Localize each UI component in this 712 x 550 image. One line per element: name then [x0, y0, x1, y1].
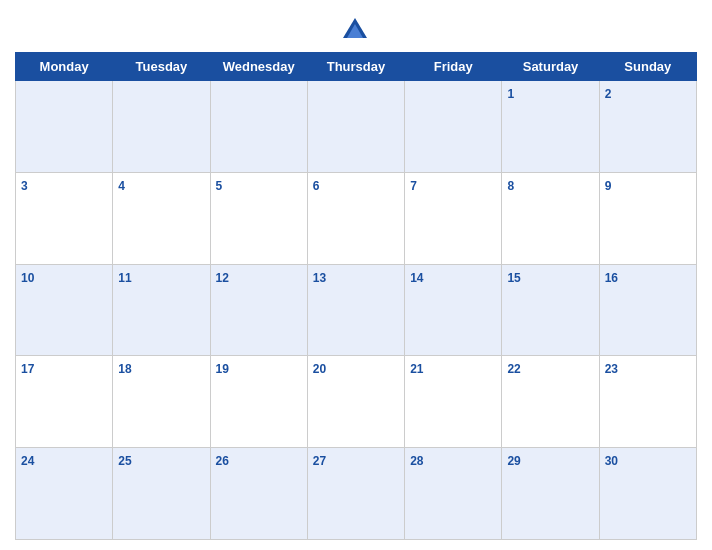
day-number: 1 [507, 87, 514, 101]
calendar-cell: 8 [502, 172, 599, 264]
day-number: 21 [410, 362, 423, 376]
calendar-cell: 4 [113, 172, 210, 264]
calendar-cell [307, 81, 404, 173]
day-number: 15 [507, 271, 520, 285]
logo-icon [339, 14, 371, 46]
day-number: 10 [21, 271, 34, 285]
calendar-cell: 26 [210, 448, 307, 540]
calendar-week-row: 3456789 [16, 172, 697, 264]
weekday-header-tuesday: Tuesday [113, 53, 210, 81]
calendar-cell: 18 [113, 356, 210, 448]
weekday-header-sunday: Sunday [599, 53, 696, 81]
day-number: 22 [507, 362, 520, 376]
calendar-cell: 28 [405, 448, 502, 540]
calendar-cell [113, 81, 210, 173]
calendar-cell: 1 [502, 81, 599, 173]
calendar-week-row: 12 [16, 81, 697, 173]
day-number: 5 [216, 179, 223, 193]
calendar-cell [210, 81, 307, 173]
calendar-cell: 13 [307, 264, 404, 356]
day-number: 30 [605, 454, 618, 468]
calendar-header [15, 10, 697, 46]
weekday-header-saturday: Saturday [502, 53, 599, 81]
calendar-cell: 20 [307, 356, 404, 448]
day-number: 9 [605, 179, 612, 193]
calendar-week-row: 24252627282930 [16, 448, 697, 540]
day-number: 27 [313, 454, 326, 468]
day-number: 24 [21, 454, 34, 468]
calendar-cell: 16 [599, 264, 696, 356]
calendar-cell [16, 81, 113, 173]
calendar-cell: 3 [16, 172, 113, 264]
weekday-header-wednesday: Wednesday [210, 53, 307, 81]
day-number: 2 [605, 87, 612, 101]
calendar-week-row: 10111213141516 [16, 264, 697, 356]
day-number: 18 [118, 362, 131, 376]
day-number: 8 [507, 179, 514, 193]
day-number: 6 [313, 179, 320, 193]
calendar-cell: 12 [210, 264, 307, 356]
day-number: 13 [313, 271, 326, 285]
day-number: 14 [410, 271, 423, 285]
calendar-body: 1234567891011121314151617181920212223242… [16, 81, 697, 540]
calendar-cell: 10 [16, 264, 113, 356]
calendar-cell: 7 [405, 172, 502, 264]
calendar-cell: 9 [599, 172, 696, 264]
calendar-cell: 6 [307, 172, 404, 264]
day-number: 28 [410, 454, 423, 468]
calendar-cell: 19 [210, 356, 307, 448]
day-number: 3 [21, 179, 28, 193]
day-number: 7 [410, 179, 417, 193]
weekday-header-friday: Friday [405, 53, 502, 81]
day-number: 12 [216, 271, 229, 285]
calendar-cell: 25 [113, 448, 210, 540]
day-number: 11 [118, 271, 131, 285]
calendar-cell: 23 [599, 356, 696, 448]
weekday-header-row: MondayTuesdayWednesdayThursdayFridaySatu… [16, 53, 697, 81]
logo [339, 14, 374, 46]
calendar-cell: 30 [599, 448, 696, 540]
day-number: 23 [605, 362, 618, 376]
calendar-cell: 29 [502, 448, 599, 540]
calendar-cell: 21 [405, 356, 502, 448]
day-number: 19 [216, 362, 229, 376]
calendar-cell: 14 [405, 264, 502, 356]
calendar-cell: 11 [113, 264, 210, 356]
calendar-week-row: 17181920212223 [16, 356, 697, 448]
calendar-page: MondayTuesdayWednesdayThursdayFridaySatu… [0, 0, 712, 550]
day-number: 17 [21, 362, 34, 376]
calendar-cell: 15 [502, 264, 599, 356]
day-number: 4 [118, 179, 125, 193]
calendar-table: MondayTuesdayWednesdayThursdayFridaySatu… [15, 52, 697, 540]
calendar-cell: 22 [502, 356, 599, 448]
calendar-cell: 17 [16, 356, 113, 448]
calendar-thead: MondayTuesdayWednesdayThursdayFridaySatu… [16, 53, 697, 81]
weekday-header-monday: Monday [16, 53, 113, 81]
day-number: 26 [216, 454, 229, 468]
day-number: 25 [118, 454, 131, 468]
weekday-header-thursday: Thursday [307, 53, 404, 81]
day-number: 29 [507, 454, 520, 468]
day-number: 16 [605, 271, 618, 285]
calendar-cell: 2 [599, 81, 696, 173]
calendar-cell [405, 81, 502, 173]
calendar-cell: 24 [16, 448, 113, 540]
calendar-cell: 27 [307, 448, 404, 540]
calendar-cell: 5 [210, 172, 307, 264]
day-number: 20 [313, 362, 326, 376]
